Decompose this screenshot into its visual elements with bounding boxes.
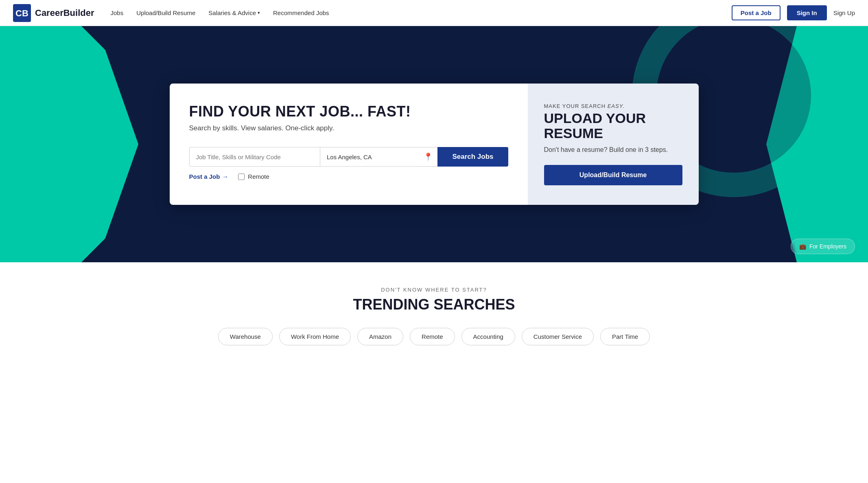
search-options: Post a Job → Remote bbox=[189, 173, 508, 180]
remote-checkbox-input[interactable] bbox=[238, 173, 245, 180]
briefcase-icon: 💼 bbox=[799, 243, 806, 250]
logo-text: CareerBuilder bbox=[35, 8, 94, 18]
trending-title: TRENDING SEARCHES bbox=[13, 296, 855, 313]
hero-subtitle: Search by skills. View salaries. One-cli… bbox=[189, 124, 508, 132]
nav-links: Jobs Upload/Build Resume Salaries & Advi… bbox=[111, 9, 732, 16]
hero-title: FIND YOUR NEXT JOB... FAST! bbox=[189, 103, 508, 120]
hero-card-left: FIND YOUR NEXT JOB... FAST! Search by sk… bbox=[170, 83, 528, 205]
trending-tag-customer-service[interactable]: Customer Service bbox=[522, 328, 594, 345]
trending-tags: WarehouseWork From HomeAmazonRemoteAccou… bbox=[13, 328, 855, 345]
careerbuilder-logo-icon: CB bbox=[13, 4, 31, 22]
sign-in-button[interactable]: Sign In bbox=[787, 5, 827, 20]
upload-title: UPLOAD YOUR RESUME bbox=[544, 111, 682, 141]
nav-recommended-jobs[interactable]: Recommended Jobs bbox=[273, 9, 329, 16]
upload-subtitle: Don't have a resume? Build one in 3 step… bbox=[544, 146, 682, 154]
hero-card: FIND YOUR NEXT JOB... FAST! Search by sk… bbox=[170, 83, 699, 205]
trending-section: DON'T KNOW WHERE TO START? TRENDING SEAR… bbox=[0, 262, 868, 362]
nav-upload-resume[interactable]: Upload/Build Resume bbox=[136, 9, 195, 16]
job-search-input[interactable] bbox=[189, 147, 320, 167]
sign-up-button[interactable]: Sign Up bbox=[833, 9, 855, 16]
navbar: CB CareerBuilder Jobs Upload/Build Resum… bbox=[0, 0, 868, 26]
upload-eyebrow: MAKE YOUR SEARCH EASY. bbox=[544, 103, 682, 109]
nav-actions: Post a Job Sign In Sign Up bbox=[732, 5, 855, 20]
trending-tag-remote[interactable]: Remote bbox=[410, 328, 455, 345]
hero-card-right: MAKE YOUR SEARCH EASY. UPLOAD YOUR RESUM… bbox=[528, 83, 699, 205]
trending-tag-part-time[interactable]: Part Time bbox=[600, 328, 650, 345]
chevron-down-icon: ▾ bbox=[258, 10, 260, 15]
trending-tag-work-from-home[interactable]: Work From Home bbox=[279, 328, 351, 345]
search-bar: 📍 Search Jobs bbox=[189, 147, 508, 167]
nav-jobs[interactable]: Jobs bbox=[111, 9, 124, 16]
location-pin-icon: 📍 bbox=[424, 152, 437, 161]
upload-resume-button[interactable]: Upload/Build Resume bbox=[544, 165, 682, 185]
nav-salaries-advice[interactable]: Salaries & Advice ▾ bbox=[208, 9, 260, 16]
location-wrapper: 📍 bbox=[320, 147, 437, 167]
logo[interactable]: CB CareerBuilder bbox=[13, 4, 94, 22]
arrow-right-icon: → bbox=[222, 173, 228, 180]
hero-section: FIND YOUR NEXT JOB... FAST! Search by sk… bbox=[0, 26, 868, 262]
post-job-button[interactable]: Post a Job bbox=[732, 5, 781, 20]
search-jobs-button[interactable]: Search Jobs bbox=[437, 147, 508, 167]
trending-tag-warehouse[interactable]: Warehouse bbox=[218, 328, 273, 345]
location-search-input[interactable] bbox=[320, 148, 424, 166]
svg-text:CB: CB bbox=[15, 8, 28, 18]
remote-checkbox-label[interactable]: Remote bbox=[238, 173, 269, 180]
trending-tag-amazon[interactable]: Amazon bbox=[357, 328, 403, 345]
trending-eyebrow: DON'T KNOW WHERE TO START? bbox=[13, 287, 855, 293]
post-job-link[interactable]: Post a Job → bbox=[189, 173, 229, 180]
trending-tag-accounting[interactable]: Accounting bbox=[461, 328, 515, 345]
for-employers-button[interactable]: 💼 For Employers bbox=[791, 239, 855, 254]
